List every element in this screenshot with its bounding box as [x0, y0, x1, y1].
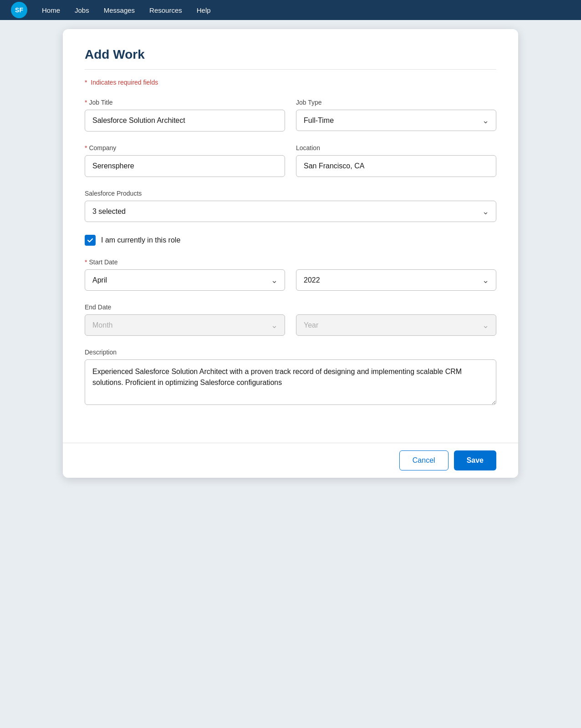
nav-item-home[interactable]: Home — [42, 6, 60, 14]
field-start-date: * Start Date January February March Apri… — [85, 258, 496, 291]
job-title-label: * Job Title — [85, 99, 285, 106]
start-date-row: January February March April May June Ju… — [85, 269, 496, 291]
salesforce-products-select[interactable]: 3 selected — [85, 201, 496, 222]
modal-overlay: Add Work * Indicates required fields * J… — [0, 20, 581, 728]
cancel-button[interactable]: Cancel — [399, 450, 448, 470]
location-input[interactable] — [296, 155, 496, 177]
description-textarea[interactable]: Experienced Salesforce Solution Architec… — [85, 359, 496, 405]
row-job-title-type: * Job Title Job Type Full-Time Part-Time… — [85, 99, 496, 131]
modal-title: Add Work — [85, 47, 496, 70]
nav-item-jobs[interactable]: Jobs — [75, 6, 89, 14]
nav-item-messages[interactable]: Messages — [104, 6, 135, 14]
description-label: Description — [85, 349, 496, 356]
field-salesforce-products: Salesforce Products 3 selected ⌄ — [85, 190, 496, 222]
field-description: Description Experienced Salesforce Solut… — [85, 349, 496, 405]
nav-logo[interactable]: SF — [11, 2, 27, 18]
job-type-label: Job Type — [296, 99, 496, 106]
current-role-row: I am currently in this role — [85, 235, 496, 246]
checkmark-icon — [87, 237, 93, 243]
job-type-select-wrapper: Full-Time Part-Time Contract Freelance ⌄ — [296, 110, 496, 131]
start-year-select[interactable]: 2020 2021 2022 2023 2024 — [296, 269, 496, 291]
start-year-group: 2020 2021 2022 2023 2024 ⌄ — [296, 269, 496, 291]
company-input[interactable] — [85, 155, 285, 177]
required-note: * Indicates required fields — [85, 79, 496, 86]
end-year-select-wrapper: Year 2020 2021 2022 2023 2024 ⌄ — [296, 314, 496, 336]
company-label: * Company — [85, 144, 285, 152]
job-title-input[interactable] — [85, 110, 285, 131]
start-year-select-wrapper: 2020 2021 2022 2023 2024 ⌄ — [296, 269, 496, 291]
salesforce-products-select-wrapper: 3 selected ⌄ — [85, 201, 496, 222]
end-year-group: Year 2020 2021 2022 2023 2024 ⌄ — [296, 314, 496, 336]
end-date-label: End Date — [85, 303, 496, 311]
salesforce-products-label: Salesforce Products — [85, 190, 496, 197]
end-year-select[interactable]: Year 2020 2021 2022 2023 2024 — [296, 314, 496, 336]
start-date-label: * Start Date — [85, 258, 496, 266]
nav-item-help[interactable]: Help — [197, 6, 211, 14]
field-job-type: Job Type Full-Time Part-Time Contract Fr… — [296, 99, 496, 131]
add-work-modal: Add Work * Indicates required fields * J… — [63, 29, 518, 478]
current-role-checkbox[interactable] — [85, 235, 96, 246]
end-month-select[interactable]: Month January February March April May J… — [85, 314, 285, 336]
field-job-title: * Job Title — [85, 99, 285, 131]
end-date-row: Month January February March April May J… — [85, 314, 496, 336]
row-company-location: * Company Location — [85, 144, 496, 177]
modal-footer: Cancel Save — [63, 443, 518, 478]
end-month-select-wrapper: Month January February March April May J… — [85, 314, 285, 336]
start-month-select-wrapper: January February March April May June Ju… — [85, 269, 285, 291]
location-label: Location — [296, 144, 496, 152]
field-company: * Company — [85, 144, 285, 177]
current-role-label: I am currently in this role — [101, 236, 180, 244]
job-type-select[interactable]: Full-Time Part-Time Contract Freelance — [296, 110, 496, 131]
start-month-group: January February March April May June Ju… — [85, 269, 285, 291]
save-button[interactable]: Save — [454, 450, 496, 470]
top-navigation: SF Home Jobs Messages Resources Help — [0, 0, 581, 20]
field-location: Location — [296, 144, 496, 177]
nav-item-resources[interactable]: Resources — [149, 6, 182, 14]
end-month-group: Month January February March April May J… — [85, 314, 285, 336]
required-asterisk: * — [85, 79, 87, 86]
field-end-date: End Date Month January February March Ap… — [85, 303, 496, 336]
start-month-select[interactable]: January February March April May June Ju… — [85, 269, 285, 291]
